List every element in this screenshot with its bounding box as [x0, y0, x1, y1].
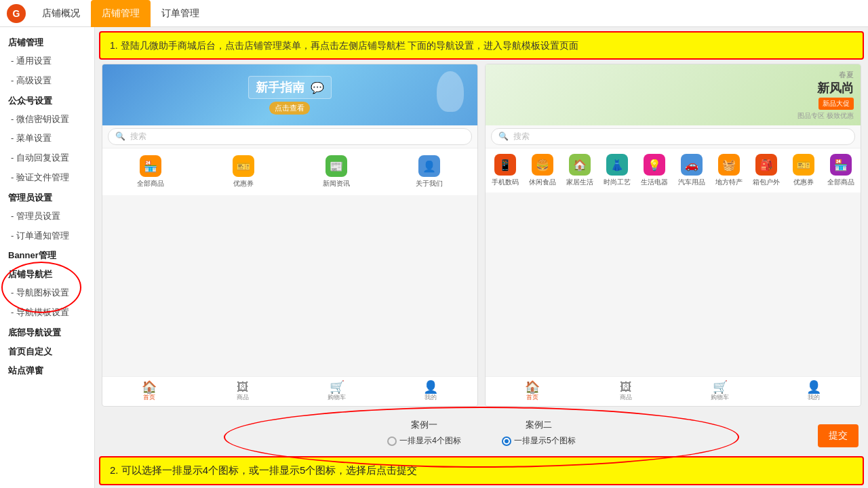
home-icon-1: 🏠 [142, 381, 157, 393]
icon-bag: 🎒 [755, 154, 777, 176]
bnav-cart-1[interactable]: 🛒 购物车 [290, 380, 384, 403]
preview-panel-2: 春夏 新风尚 新品大促 图品专区 极致优惠 🔍 搜索 [485, 64, 861, 407]
sidebar-verify-file[interactable]: - 验证文件管理 [0, 168, 94, 188]
icon-circle-coupon: 🎫 [233, 155, 254, 177]
banner-2-title: 新风尚 [797, 80, 854, 96]
sidebar-site-popup: 站点弹窗 [0, 361, 94, 380]
option-radio-2[interactable]: 一排显示5个图标 [502, 435, 576, 447]
option-group-2: 案例二 一排显示5个图标 [502, 419, 576, 447]
icon-mobile: 📱 [494, 154, 516, 176]
bnav-mine-label-2: 我的 [808, 393, 820, 402]
banner-2-text: 春夏 新风尚 新品大促 图品专区 极致优惠 [797, 70, 854, 121]
sidebar-menu-settings[interactable]: - 菜单设置 [0, 129, 94, 148]
icon-label-food: 休闲食品 [529, 178, 556, 187]
bnav-mine-1[interactable]: 👤 我的 [384, 380, 477, 403]
bnav-cart-2[interactable]: 🛒 购物车 [673, 380, 767, 403]
content-area: 1. 登陆几微助手商城后台，点击店铺管理菜单，再点击左侧店铺导航栏 下面的导航设… [95, 27, 868, 488]
icon-all-goods: 🏪 [830, 154, 852, 176]
icon-label-all-goods: 全部商品 [827, 178, 854, 187]
search-input-1[interactable]: 🔍 搜索 [108, 128, 472, 145]
banner-2-btn: 新品大促 [818, 98, 854, 110]
icon-circle-about: 👤 [418, 155, 440, 177]
sidebar-admin-set: 管理员设置 [0, 188, 94, 207]
banner-figure [437, 71, 464, 112]
bnav-cart-label-1: 购物车 [328, 393, 346, 402]
sidebar-home-custom: 首页自定义 [0, 342, 94, 361]
preview-panel-1: 新手指南 💬 点击查看 🔍 搜索 [102, 64, 478, 407]
search-bar-2: 🔍 搜索 [486, 125, 861, 148]
icon-label-fashion: 时尚工艺 [604, 178, 631, 187]
bnav-product-1[interactable]: 🖼 商品 [196, 380, 290, 403]
icon-cell-2-8[interactable]: 🎒 箱包户外 [747, 151, 785, 190]
icon-label-coupon2: 优惠券 [793, 178, 814, 187]
sidebar-nav-template-settings[interactable]: - 导航模板设置 [0, 303, 94, 323]
option-title-2: 案例二 [526, 419, 552, 431]
banner-1-text: 新手指南 💬 [248, 76, 332, 99]
icon-cell-2-9[interactable]: 🎫 优惠券 [785, 151, 822, 190]
sidebar-bottom-nav: 底部导航设置 [0, 323, 94, 342]
bnav-mine-2[interactable]: 👤 我的 [767, 380, 861, 403]
icon-home: 🏠 [569, 154, 591, 176]
sidebar-general-settings[interactable]: - 通用设置 [0, 52, 94, 71]
radio-circle-1[interactable] [387, 436, 397, 446]
bnav-home-label-1: 首页 [143, 393, 155, 402]
nav-item-order-manage[interactable]: 订单管理 [151, 0, 210, 27]
search-input-2[interactable]: 🔍 搜索 [491, 128, 855, 145]
bnav-home-2[interactable]: 🏠 首页 [486, 380, 579, 403]
sidebar-store-nav: 店铺导航栏 [0, 264, 94, 283]
icon-label-shop: 全部商品 [137, 179, 164, 188]
sidebar-nav-icon-settings[interactable]: - 导航图标设置 [0, 283, 94, 303]
bottom-nav-1: 🏠 首页 🖼 商品 🛒 购物车 👤 我的 [102, 376, 477, 406]
icon-coupon2: 🎫 [793, 154, 814, 176]
banner-2-season: 春夏 [797, 70, 854, 80]
bnav-home-1[interactable]: 🏠 首页 [102, 380, 196, 403]
icon-cell-2-5[interactable]: 💡 生活电器 [636, 151, 673, 190]
preview-spacer-1 [102, 195, 477, 376]
sidebar-auto-reply[interactable]: - 自动回复设置 [0, 148, 94, 168]
icon-cell-1-4[interactable]: 👤 关于我们 [383, 152, 475, 191]
bnav-product-label-1: 商品 [237, 393, 249, 402]
banner-1-inner: 新手指南 💬 点击查看 [248, 76, 332, 115]
icon-label-local: 地方特产 [715, 178, 743, 187]
icon-cell-2-2[interactable]: 🍔 休闲食品 [524, 151, 561, 190]
icon-cell-1-1[interactable]: 🏪 全部商品 [105, 152, 197, 191]
sidebar-order-notify[interactable]: - 订单通知管理 [0, 226, 94, 246]
preview-row: 新手指南 💬 点击查看 🔍 搜索 [95, 64, 868, 407]
sidebar-advanced-settings[interactable]: - 高级设置 [0, 71, 94, 91]
bnav-home-label-2: 首页 [526, 393, 538, 402]
icon-grid-2: 📱 手机数码 🍔 休闲食品 🏠 家居生活 👗 时尚工艺 [486, 148, 861, 192]
icon-local: 🧺 [718, 154, 740, 176]
banner-2-sub-text: 图品专区 极致优惠 [797, 111, 854, 121]
submit-button[interactable]: 提交 [818, 424, 859, 447]
bottom-nav-2: 🏠 首页 🖼 商品 🛒 购物车 👤 我的 [486, 376, 861, 406]
nav-logo: G [7, 4, 26, 23]
mine-icon-1: 👤 [423, 381, 438, 393]
instruction-top: 1. 登陆几微助手商城后台，点击店铺管理菜单，再点击左侧店铺导航栏 下面的导航设… [99, 31, 864, 60]
icon-cell-2-1[interactable]: 📱 手机数码 [487, 151, 524, 190]
icon-cell-2-3[interactable]: 🏠 家居生活 [561, 151, 599, 190]
icon-cell-2-7[interactable]: 🧺 地方特产 [710, 151, 747, 190]
sidebar-wechat-key[interactable]: - 微信密钥设置 [0, 110, 94, 129]
product-icon-2: 🖼 [620, 381, 632, 393]
icon-cell-1-3[interactable]: 📰 新闻资讯 [291, 152, 382, 191]
icon-label-news: 新闻资讯 [323, 179, 350, 188]
icon-car: 🚗 [681, 154, 703, 176]
icon-food: 🍔 [532, 154, 553, 176]
icon-circle-news: 📰 [326, 155, 347, 177]
banner-2: 春夏 新风尚 新品大促 图品专区 极致优惠 [486, 64, 861, 125]
icon-cell-1-2[interactable]: 🎫 优惠券 [198, 152, 290, 191]
radio-circle-2[interactable] [502, 436, 511, 446]
bnav-cart-label-2: 购物车 [711, 393, 729, 402]
bnav-product-2[interactable]: 🖼 商品 [579, 380, 673, 403]
sidebar-admin-settings[interactable]: - 管理员设置 [0, 207, 94, 226]
option-radio-1[interactable]: 一排显示4个图标 [387, 435, 461, 447]
icon-cell-2-4[interactable]: 👗 时尚工艺 [599, 151, 636, 190]
banner-1: 新手指南 💬 点击查看 [102, 64, 477, 125]
icon-cell-2-10[interactable]: 🏪 全部商品 [822, 151, 859, 190]
bnav-mine-label-1: 我的 [425, 393, 437, 402]
nav-item-store-overview[interactable]: 店铺概况 [31, 0, 91, 27]
icon-cell-2-6[interactable]: 🚗 汽车用品 [673, 151, 711, 190]
icon-label-coupon: 优惠券 [233, 179, 254, 188]
cart-icon-2: 🛒 [713, 381, 728, 393]
nav-item-store-manage[interactable]: 店铺管理 [91, 0, 151, 27]
